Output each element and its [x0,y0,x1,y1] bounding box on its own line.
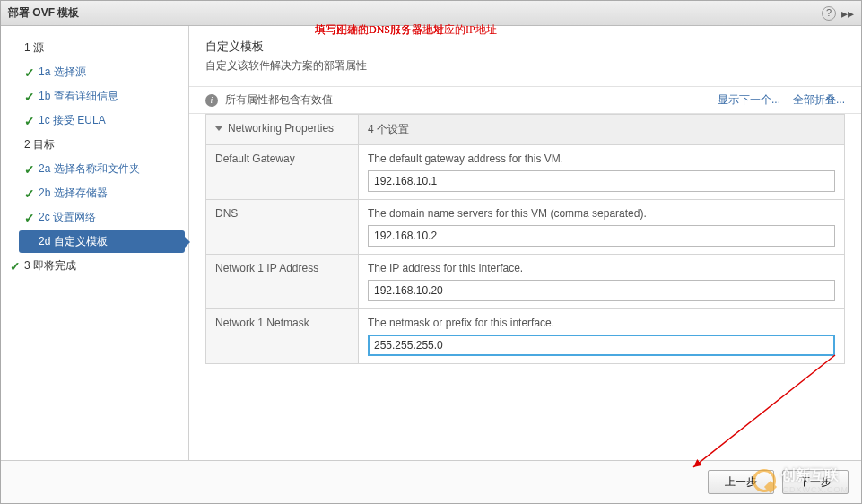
step-select-storage[interactable]: ✓2b 选择存储器 [19,182,185,204]
step-setup-networks[interactable]: ✓2c 设置网络 [19,206,185,229]
info-bar: i 所有属性都包含有效值 显示下一个... 全部折叠... [189,86,861,114]
watermark-url: CDXWCX.COM [783,485,849,494]
row-netmask: Network 1 Netmask The netmask or prefix … [206,309,845,364]
watermark: 创新互联 CDXWCX.COM [753,466,849,494]
blank-icon [24,236,39,248]
step-destination[interactable]: 2 目标 [4,134,185,156]
content-header: 自定义模板 自定义该软件解决方案的部署属性 [189,26,861,83]
check-icon: ✓ [24,91,39,103]
input-dns[interactable] [368,225,835,247]
section-networking[interactable]: Networking Properties 4 个设置 [206,115,845,145]
wizard-sidebar: 1 源 ✓1a 选择源 ✓1b 查看详细信息 ✓1c 接受 EULA 2 目标 … [1,26,189,460]
watermark-logo-icon [753,469,776,492]
blank-icon [10,139,24,152]
advance-icon[interactable]: ▸▸ [841,6,854,21]
help-icon[interactable]: ? [822,6,836,21]
properties-table: Networking Properties 4 个设置 Default Gate… [205,114,845,364]
row-dns: DNS The domain name servers for this VM … [206,200,845,255]
step-ready-to-complete[interactable]: ✓3 即将完成 [4,255,185,277]
dialog-title: 部署 OVF 模板 [8,5,822,21]
dialog-footer: 上一步 下一步 [1,460,861,503]
step-select-name[interactable]: ✓2a 选择名称和文件夹 [19,158,185,180]
row-ip-address: Network 1 IP Address The IP address for … [206,255,845,309]
blank-icon [10,42,24,55]
desc-ip: The IP address for this interface. [368,262,835,274]
step-customize-template[interactable]: 2d 自定义模板 [19,230,185,253]
step-review-details[interactable]: ✓1b 查看详细信息 [19,85,185,108]
check-icon: ✓ [10,260,24,273]
page-subtitle: 自定义该软件解决方案的部署属性 [205,58,845,74]
desc-netmask: The netmask or prefix for this interface… [368,317,835,329]
title-bar: 部署 OVF 模板 ? ▸▸ [1,1,861,26]
check-icon: ✓ [24,66,39,79]
check-icon: ✓ [24,115,39,127]
step-accept-eula[interactable]: ✓1c 接受 EULA [19,109,185,132]
input-netmask[interactable] [368,335,835,356]
dialog-body: 1 源 ✓1a 选择源 ✓1b 查看详细信息 ✓1c 接受 EULA 2 目标 … [1,26,861,460]
check-icon: ✓ [24,212,39,224]
row-default-gateway: Default Gateway The default gateway addr… [206,145,845,200]
input-ip-address[interactable] [368,280,835,301]
chevron-down-icon [215,126,222,131]
properties-panel: Networking Properties 4 个设置 Default Gate… [189,114,861,364]
info-icon: i [205,94,218,107]
info-text: 所有属性都包含有效值 [225,92,705,108]
input-default-gateway[interactable] [368,170,835,192]
step-source[interactable]: 1 源 [4,37,185,59]
content-pane: 自定义模板 自定义该软件解决方案的部署属性 i 所有属性都包含有效值 显示下一个… [189,26,861,460]
desc-dns: The domain name servers for this VM (com… [368,207,835,220]
link-show-next[interactable]: 显示下一个... [718,92,780,108]
link-collapse-all[interactable]: 全部折叠... [793,92,845,108]
page-title: 自定义模板 [205,39,845,55]
watermark-brand: 创新互联 [781,466,849,485]
desc-gateway: The default gateway address for this VM. [368,152,835,165]
step-select-source[interactable]: ✓1a 选择源 [19,61,185,83]
check-icon: ✓ [24,187,39,200]
check-icon: ✓ [24,163,39,176]
ovf-deploy-dialog: 部署 OVF 模板 ? ▸▸ 1 源 ✓1a 选择源 ✓1b 查看详细信息 ✓1… [0,0,862,504]
